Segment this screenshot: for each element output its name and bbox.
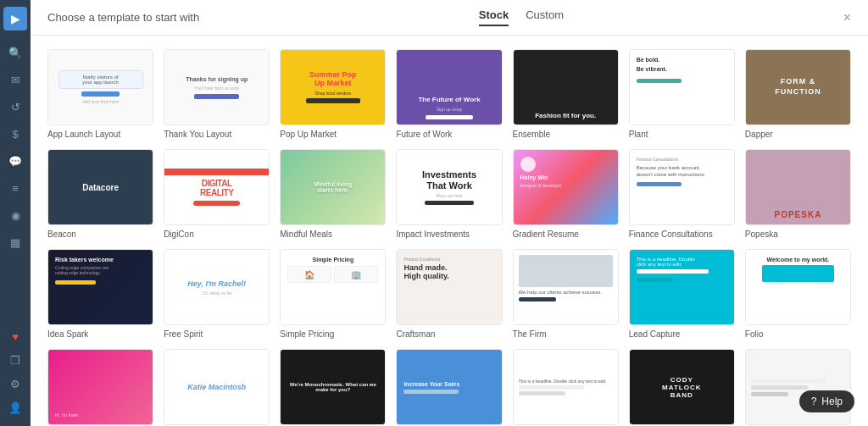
template-dapper[interactable]: FORM &FUNCTION Dapper	[745, 49, 851, 139]
template-label-gradient: Gradient Resume	[513, 230, 619, 239]
template-label-ideaspark: Idea Spark	[47, 329, 153, 339]
row4e-text: This is a headline. Double click any tex…	[519, 379, 613, 384]
template-digicon[interactable]: DIGITALREALITY DigiCon	[164, 149, 270, 239]
template-label-mindful: Mindful Meals	[280, 230, 386, 239]
ensemble-title-text: Fashion fit for you.	[535, 112, 596, 119]
template-row4d[interactable]: Increase Your Sales	[396, 349, 502, 426]
row4d-text: Increase Your Sales	[403, 381, 494, 387]
tab-custom[interactable]: Custom	[526, 8, 564, 26]
template-label-firm: The Firm	[513, 329, 619, 339]
template-label-simplepricing: Simple Pricing	[280, 329, 386, 339]
template-label-plant: Plant	[629, 130, 735, 139]
template-beacon[interactable]: Datacore Beacon	[47, 149, 153, 239]
folio-title-text: Welcome to my world.	[767, 257, 830, 263]
template-firm[interactable]: We help our clients achieve success. The…	[513, 249, 619, 339]
template-folio[interactable]: Welcome to my world. Folio	[745, 249, 851, 339]
template-ideaspark[interactable]: Risk takers welcome Cutting edge compani…	[47, 249, 153, 339]
sidebar-icon-globe[interactable]: ◉	[3, 203, 27, 227]
row4b-text: Katie Macintosh	[187, 383, 246, 391]
modal-title: Choose a template to start with	[47, 11, 199, 24]
template-gradient[interactable]: Haley Wei Designer & Developer Gradient …	[513, 149, 619, 239]
sidebar-icon-chart[interactable]: ▦	[3, 230, 27, 254]
sidebar-logo[interactable]: ▶	[3, 7, 27, 30]
sidebar-icon-user[interactable]: 👤	[3, 396, 27, 419]
sidebar-icon-email[interactable]: ✉	[3, 68, 27, 91]
gradient-name-text: Haley Wei	[520, 174, 611, 180]
simplepricing-title-text: Simple Pricing	[313, 257, 354, 263]
template-label-craftsman: Craftsman	[396, 329, 502, 339]
freespirit-title-text: Hey, I'm Rachel!	[187, 279, 246, 288]
template-simplepricing[interactable]: Simple Pricing 🏠 🏢 Simple Pricing	[280, 249, 386, 339]
template-finance[interactable]: Finance Consultations Because your bank …	[629, 149, 735, 239]
impact-title-text: InvestmentsThat Work	[422, 169, 476, 190]
template-label-folio: Folio	[745, 329, 851, 339]
template-ensemble[interactable]: Fashion fit for you. Ensemble	[513, 49, 619, 139]
template-label-finance: Finance Consultations	[629, 230, 735, 239]
sidebar-icon-heart[interactable]: ♥	[3, 324, 27, 348]
sidebar: ▶ 🔍 ✉ ↺ $ 💬 ≡ ◉ ▦ ♥ ❐ ⚙ 👤	[0, 0, 31, 426]
close-button[interactable]: ×	[843, 11, 851, 25]
template-row4c[interactable]: We're Monochromatic. What can we make fo…	[280, 349, 386, 426]
beacon-title-text: Datacore	[82, 183, 119, 192]
template-grid-container: Notify visitors ofyour app launch Add yo…	[31, 36, 868, 426]
digicon-title-text: DIGITALREALITY	[200, 179, 233, 197]
template-label-beacon: Beacon	[47, 230, 153, 239]
row4c-text: We're Monochromatic. What can we make fo…	[286, 382, 380, 392]
template-tabs: Stock Custom	[479, 8, 564, 26]
craftsman-title-text: Hand made.High quality.	[403, 264, 494, 281]
future-title-text: The Future of Work	[418, 96, 480, 103]
template-thank-you[interactable]: Thanks for signing up You'll hear from u…	[164, 49, 270, 139]
help-label: Help	[821, 396, 843, 407]
template-craftsman[interactable]: Product Excellence Hand made.High qualit…	[396, 249, 502, 339]
template-future[interactable]: The Future of Work Sign up today Future …	[396, 49, 502, 139]
help-icon: ?	[811, 396, 817, 407]
template-row4e[interactable]: This is a headline. Double click any tex…	[513, 349, 619, 426]
template-label-thank-you: Thank You Layout	[164, 130, 270, 139]
template-plant[interactable]: Be bold. Be vibrant. Plant	[629, 49, 735, 139]
template-label-impact: Impact Investments	[396, 230, 502, 239]
template-label-future: Future of Work	[396, 130, 502, 139]
template-label-dapper: Dapper	[745, 130, 851, 139]
main-content: Choose a template to start with Stock Cu…	[31, 0, 868, 426]
dapper-title-text: FORM &FUNCTION	[775, 77, 821, 97]
row4f-text: CODYMATLOCKBAND	[662, 376, 701, 399]
template-label-popeska: Popeska	[745, 230, 851, 239]
template-popeska[interactable]: POPESKA Popeska	[745, 149, 851, 239]
sidebar-icon-chat[interactable]: 💬	[3, 149, 27, 173]
tab-stock[interactable]: Stock	[479, 8, 509, 26]
template-label-freespirit: Free Spirit	[164, 329, 270, 339]
sidebar-icon-search[interactable]: 🔍	[3, 41, 27, 64]
firm-title-text: We help our clients achieve success.	[519, 290, 613, 295]
template-mindful[interactable]: Mindful livingstarts here. Mindful Meals	[280, 149, 386, 239]
help-button[interactable]: ? Help	[799, 390, 854, 412]
sidebar-icon-refresh[interactable]: ↺	[3, 95, 27, 119]
template-impact[interactable]: InvestmentsThat Work Ways we help Impact…	[396, 149, 502, 239]
template-row4f[interactable]: CODYMATLOCKBAND	[629, 349, 735, 426]
template-row4g[interactable]	[745, 349, 851, 426]
leadcapture-title-text: This is a headline. Doubleclick any text…	[637, 257, 727, 267]
template-app-launch[interactable]: Notify visitors ofyour app launch Add yo…	[47, 49, 153, 139]
template-leadcapture[interactable]: This is a headline. Doubleclick any text…	[629, 249, 735, 339]
template-row4b[interactable]: Katie Macintosh	[164, 349, 270, 426]
template-label-ensemble: Ensemble	[513, 130, 619, 139]
template-label-leadcapture: Lead Capture	[629, 329, 735, 339]
template-label-digicon: DigiCon	[164, 230, 270, 239]
sidebar-icon-layers[interactable]: ❐	[3, 348, 27, 372]
sidebar-icon-dollar[interactable]: $	[3, 122, 27, 146]
template-row4a[interactable]: Hi, I'm Katie.	[47, 349, 153, 426]
template-popup[interactable]: Summer PopUp Market Shop local vendors P…	[280, 49, 386, 139]
template-label-app-launch: App Launch Layout	[47, 130, 153, 139]
template-grid: Notify visitors ofyour app launch Add yo…	[47, 49, 851, 426]
popup-title-text: Summer PopUp Market	[309, 71, 357, 88]
template-freespirit[interactable]: Hey, I'm Rachel! 211 ideas so far Free S…	[164, 249, 270, 339]
template-label-popup: Pop Up Market	[280, 130, 386, 139]
ideaspark-title-text: Risk takers welcome	[55, 257, 146, 263]
sidebar-icon-menu[interactable]: ≡	[3, 176, 27, 200]
mindful-title-text: Mindful livingstarts here.	[314, 181, 352, 193]
modal-header: Choose a template to start with Stock Cu…	[31, 0, 868, 36]
popeska-title-text: POPESKA	[774, 210, 821, 219]
sidebar-icon-settings[interactable]: ⚙	[3, 372, 27, 396]
